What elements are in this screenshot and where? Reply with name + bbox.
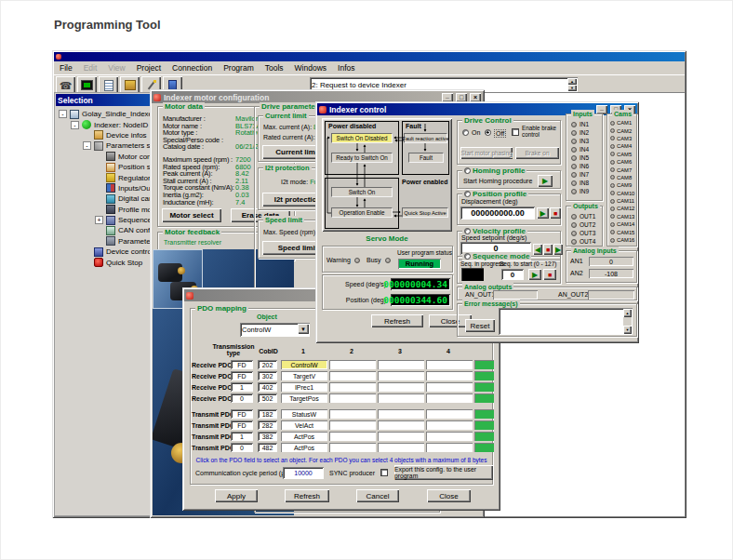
pdo-object-cell-2[interactable] — [329, 360, 376, 369]
pdo-object-cell-4[interactable] — [426, 360, 473, 369]
pdo-object-cell-1[interactable]: VelAct — [281, 420, 327, 430]
export-config-button[interactable]: Export this config. to the user program — [394, 465, 493, 480]
enable-brake-checkbox[interactable] — [512, 128, 519, 136]
on-radio[interactable] — [462, 129, 469, 136]
start-phasing-button[interactable]: Start motor phasing — [460, 147, 513, 159]
pdo-object-cell-2[interactable] — [329, 382, 376, 392]
error-messages-textarea[interactable] — [499, 308, 633, 335]
menu-item[interactable]: Connection — [167, 61, 218, 74]
pdo-object-cell-3[interactable] — [378, 420, 424, 430]
pdo-object-cell-4[interactable] — [426, 432, 473, 441]
velocity-start-button[interactable] — [553, 244, 563, 255]
pdo-object-cell-4[interactable] — [426, 393, 473, 403]
pdo-object-cell-3[interactable] — [378, 360, 424, 369]
pdo-object-cell-1[interactable]: ActPos — [281, 432, 327, 441]
transmission-type-field[interactable]: 0 — [231, 443, 253, 452]
pdo-refresh-button[interactable]: Refresh — [285, 489, 329, 502]
combo-spin-down[interactable] — [567, 85, 577, 91]
pdo-cancel-button[interactable]: Cancel — [356, 489, 399, 502]
sequence-stop-button[interactable] — [543, 269, 556, 280]
transmission-type-field[interactable]: FD — [231, 409, 253, 419]
scroll-down-icon[interactable] — [623, 326, 632, 334]
transmission-type-field[interactable]: FD — [231, 420, 253, 430]
sequence-start-button[interactable] — [528, 269, 541, 280]
tree-expand-toggle[interactable]: + — [95, 216, 103, 224]
position-stop-button[interactable] — [550, 207, 561, 219]
brake-on-button[interactable]: Brake on — [515, 147, 559, 159]
velocity-profile-radio[interactable] — [464, 228, 471, 234]
pdo-object-cell-3[interactable] — [378, 371, 424, 380]
menu-item[interactable]: File — [54, 61, 78, 74]
tree-expand-toggle[interactable]: - — [83, 141, 91, 150]
homing-start-button[interactable] — [538, 175, 553, 187]
pdo-object-cell-1[interactable]: TargetPos — [281, 393, 327, 403]
menu-item[interactable]: Program — [218, 61, 260, 74]
cobid-field[interactable]: 202 — [258, 360, 277, 369]
minimize-icon[interactable] — [596, 105, 607, 114]
menu-item[interactable]: Project — [131, 61, 167, 74]
pdo-object-cell-1[interactable]: ActPos — [281, 443, 327, 452]
pdo-object-cell-4[interactable] — [426, 420, 473, 430]
main-titlebar[interactable] — [54, 52, 685, 61]
tree-expand-toggle[interactable]: - — [59, 110, 67, 118]
pdo-object-cell-2[interactable] — [329, 393, 376, 403]
cobid-field[interactable]: 482 — [258, 443, 277, 452]
menu-item[interactable]: Edit — [78, 61, 103, 74]
tree-expand-toggle[interactable]: - — [71, 121, 79, 129]
pdo-object-cell-1[interactable]: IPrec1 — [281, 382, 327, 392]
pdo-object-cell-4[interactable] — [426, 443, 473, 452]
position-profile-radio[interactable] — [464, 191, 471, 197]
cobid-field[interactable]: 502 — [258, 393, 277, 403]
off-radio[interactable] — [485, 129, 491, 136]
pdo-object-cell-4[interactable] — [426, 409, 473, 419]
pdo-close-button[interactable]: Close — [427, 489, 471, 502]
pdo-object-cell-2[interactable] — [329, 443, 376, 452]
maximize-icon[interactable] — [456, 93, 467, 102]
menu-item[interactable]: Infos — [332, 61, 360, 74]
cobid-field[interactable]: 282 — [258, 420, 277, 430]
pdo-object-cell-3[interactable] — [378, 443, 424, 452]
cobid-field[interactable]: 302 — [258, 371, 277, 380]
transmission-type-field[interactable]: FD — [231, 360, 253, 369]
cycle-period-field[interactable]: 10000 — [283, 467, 324, 479]
sequence-mode-radio[interactable] — [464, 253, 471, 260]
pdo-object-cell-3[interactable] — [378, 432, 424, 441]
an-out2-field[interactable] — [588, 290, 634, 300]
reset-button[interactable]: Reset — [465, 319, 495, 332]
pdo-object-cell-1[interactable]: TargetV — [281, 371, 327, 380]
transmission-type-field[interactable]: 0 — [231, 393, 253, 403]
close-icon[interactable] — [470, 93, 481, 102]
transmission-type-field[interactable]: 1 — [231, 382, 253, 392]
velocity-stop-button[interactable] — [543, 244, 553, 255]
dropdown-arrow-icon[interactable] — [298, 324, 309, 334]
displacement-field[interactable]: 000000000.00 — [460, 207, 535, 220]
motor-select-button[interactable]: Motor select — [162, 208, 221, 222]
transmission-type-field[interactable]: FD — [231, 371, 253, 380]
seq-to-start-field[interactable]: 0 — [501, 269, 524, 280]
menu-item[interactable]: Windows — [289, 61, 332, 74]
refresh-button[interactable]: Refresh — [371, 314, 423, 327]
an-out1-field[interactable] — [493, 290, 538, 300]
pdo-object-cell-3[interactable] — [378, 382, 424, 392]
cobid-field[interactable]: 382 — [258, 432, 277, 441]
pdo-object-cell-1[interactable]: StatusW — [281, 409, 327, 419]
pdo-object-cell-3[interactable] — [378, 409, 424, 419]
cobid-field[interactable]: 402 — [258, 382, 277, 392]
pdo-object-cell-2[interactable] — [329, 420, 376, 430]
object-dropdown[interactable]: ControlW — [240, 323, 310, 337]
homing-profile-radio[interactable] — [464, 167, 471, 174]
pdo-object-cell-4[interactable] — [426, 371, 473, 380]
error-scrollbar[interactable] — [623, 309, 632, 334]
menu-item[interactable]: Tools — [260, 61, 289, 74]
apply-button[interactable]: Apply — [215, 489, 258, 502]
velocity-back-button[interactable] — [533, 244, 542, 255]
pdo-object-cell-2[interactable] — [329, 432, 376, 441]
combo-spin-up[interactable] — [567, 78, 577, 85]
scroll-up-icon[interactable] — [623, 309, 632, 317]
minimize-icon[interactable] — [442, 93, 453, 102]
pdo-object-cell-3[interactable] — [378, 393, 424, 403]
pdo-object-cell-2[interactable] — [329, 409, 376, 419]
menu-item[interactable]: View — [102, 61, 130, 74]
position-start-button[interactable] — [537, 207, 549, 219]
pdo-object-cell-2[interactable] — [329, 371, 376, 380]
